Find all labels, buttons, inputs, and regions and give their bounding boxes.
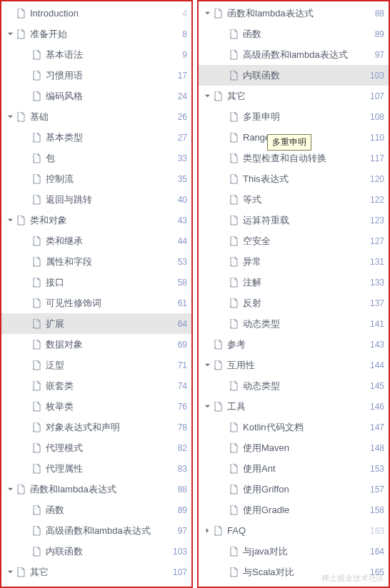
chevron-down-icon[interactable] — [203, 9, 211, 18]
arrow-spacer — [21, 361, 30, 370]
toc-row[interactable]: 工具146 — [199, 396, 389, 417]
page-icon — [31, 173, 41, 185]
toc-row[interactable]: 互用性144 — [199, 355, 389, 375]
toc-row[interactable]: 泛型71 — [1, 355, 191, 375]
page-icon — [31, 442, 41, 454]
page-icon — [213, 8, 223, 19]
toc-label: 运算符重载 — [243, 214, 364, 227]
toc-label: 接口 — [46, 276, 172, 289]
page-icon — [31, 49, 41, 61]
toc-row[interactable]: 函数和lambda表达式88 — [1, 479, 191, 500]
page-icon — [229, 70, 239, 81]
page-number: 61 — [172, 298, 187, 308]
toc-row[interactable]: 函数和lambda表达式88 — [199, 3, 389, 24]
chevron-down-icon[interactable] — [203, 361, 211, 370]
page-number: 117 — [364, 153, 384, 163]
toc-row[interactable]: 嵌套类74 — [1, 375, 191, 396]
toc-row[interactable]: 动态类型145 — [199, 375, 389, 396]
toc-row[interactable]: 动态类型141 — [199, 313, 389, 334]
toc-row[interactable]: 对象表达式和声明78 — [1, 417, 191, 437]
toc-label: 返回与跳转 — [46, 193, 172, 206]
toc-row[interactable]: 与Scala对比165 — [199, 562, 389, 582]
page-icon — [229, 173, 239, 185]
toc-row[interactable]: 空安全127 — [199, 230, 389, 251]
toc-row[interactable]: 参考143 — [199, 334, 389, 355]
toc-row[interactable]: 使用Ant153 — [199, 458, 389, 479]
toc-row[interactable]: 使用Griffon157 — [199, 479, 389, 500]
toc-row[interactable]: 函数89 — [199, 24, 389, 44]
page-icon — [31, 380, 41, 392]
toc-row[interactable]: 异常131 — [199, 251, 389, 272]
toc-row[interactable]: 控制流35 — [1, 168, 191, 189]
toc-row[interactable]: 多重申明108 — [199, 106, 389, 127]
page-icon — [16, 484, 26, 495]
chevron-down-icon[interactable] — [6, 216, 14, 225]
toc-row[interactable]: 习惯用语17 — [1, 65, 191, 86]
toc-row[interactable]: 高级函数和lambda表达式97 — [199, 44, 389, 65]
toc-row[interactable]: 基础26 — [1, 106, 191, 127]
toc-label: 使用Maven — [243, 442, 364, 455]
chevron-right-icon[interactable] — [203, 527, 211, 535]
toc-tree: Introduction4准备开始8基本语法9习惯用语17编码风格24基础26基… — [1, 1, 191, 585]
toc-row[interactable]: FAQ163 — [199, 520, 389, 541]
toc-row[interactable]: 使用Gradle158 — [199, 500, 389, 520]
toc-row[interactable]: 与java对比164 — [199, 541, 389, 562]
toc-label: 异常 — [243, 255, 364, 268]
arrow-spacer — [21, 527, 30, 535]
page-number: 163 — [364, 526, 384, 536]
toc-row[interactable]: 数据对象69 — [1, 334, 191, 355]
toc-label: Introduction — [30, 8, 176, 19]
tooltip: 多重申明 — [267, 134, 311, 151]
toc-row[interactable]: 类和对象43 — [1, 210, 191, 230]
toc-label: 习惯用语 — [46, 69, 172, 82]
chevron-down-icon[interactable] — [6, 113, 14, 121]
toc-row[interactable]: 内联函数103 — [1, 541, 191, 562]
chevron-down-icon[interactable] — [6, 568, 14, 577]
toc-row[interactable]: 代理模式82 — [1, 437, 191, 458]
page-icon — [229, 442, 239, 454]
toc-row[interactable]: 基本语法9 — [1, 44, 191, 65]
toc-row[interactable]: 内联函数103 — [199, 65, 389, 86]
arrow-spacer — [219, 278, 227, 287]
toc-row[interactable]: 包33 — [1, 148, 191, 168]
page-number: 131 — [364, 257, 384, 267]
page-number: 89 — [172, 505, 187, 515]
arrow-spacer — [21, 465, 30, 473]
toc-row[interactable]: 基本类型27 — [1, 127, 191, 148]
toc-row[interactable]: 扩展64 — [1, 313, 191, 334]
toc-row[interactable]: Introduction4 — [1, 3, 191, 24]
toc-row[interactable]: 高级函数和lambda表达式97 — [1, 520, 191, 541]
chevron-down-icon[interactable] — [6, 30, 14, 39]
toc-row[interactable]: 可见性修饰词61 — [1, 293, 191, 313]
arrow-spacer — [21, 196, 30, 204]
toc-row[interactable]: 运算符重载123 — [199, 210, 389, 230]
toc-label: 枚举类 — [46, 400, 172, 413]
toc-row[interactable]: 其它107 — [199, 86, 389, 106]
toc-row[interactable]: 类型检查和自动转换117 — [199, 148, 389, 168]
toc-row[interactable]: 函数89 — [1, 500, 191, 520]
toc-row[interactable]: 注解133 — [199, 272, 389, 293]
toc-row[interactable]: 编码风格24 — [1, 86, 191, 106]
toc-row[interactable]: 使用Maven148 — [199, 437, 389, 458]
toc-row[interactable]: 等式122 — [199, 189, 389, 210]
toc-row[interactable]: 接口58 — [1, 272, 191, 293]
toc-row[interactable]: 返回与跳转40 — [1, 189, 191, 210]
page-icon — [31, 132, 41, 143]
toc-label: 准备开始 — [30, 28, 176, 41]
toc-row[interactable]: 枚举类76 — [1, 396, 191, 417]
toc-row[interactable]: 其它107 — [1, 562, 191, 582]
chevron-down-icon[interactable] — [6, 485, 14, 494]
toc-row[interactable]: 代理属性83 — [1, 458, 191, 479]
toc-row[interactable]: Kotlin代码文档147 — [199, 417, 389, 437]
toc-row[interactable]: This表达式120 — [199, 168, 389, 189]
arrow-spacer — [219, 30, 227, 39]
chevron-down-icon[interactable] — [203, 92, 211, 101]
toc-row[interactable]: 类和继承44 — [1, 230, 191, 251]
toc-row[interactable]: 反射137 — [199, 293, 389, 313]
chevron-down-icon[interactable] — [203, 402, 211, 411]
page-icon — [31, 339, 41, 350]
toc-label: 内联函数 — [243, 69, 364, 82]
toc-row[interactable]: 准备开始8 — [1, 24, 191, 44]
page-number: 78 — [172, 422, 187, 432]
toc-row[interactable]: 属性和字段53 — [1, 251, 191, 272]
